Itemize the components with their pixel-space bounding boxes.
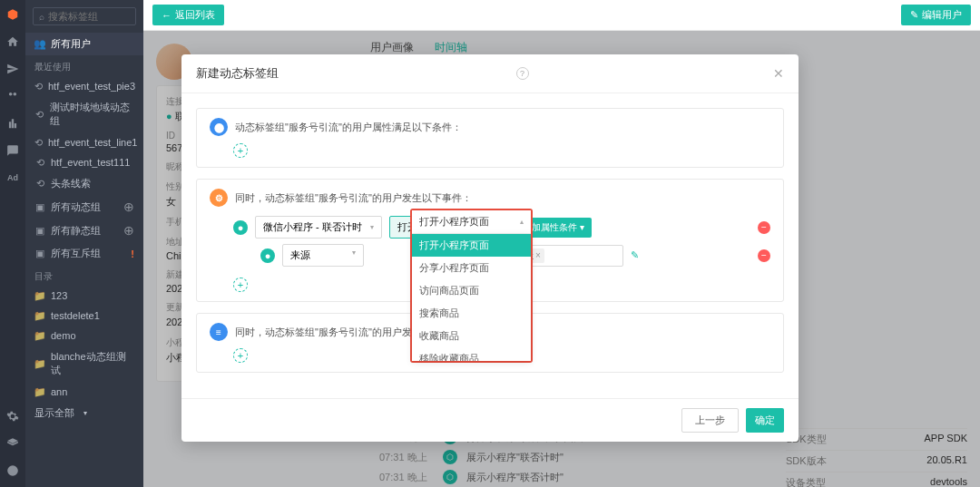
- add-event-button[interactable]: +: [233, 278, 248, 292]
- sidebar-all-dynamic[interactable]: ▣所有动态组⊕: [25, 195, 143, 219]
- sidebar-item-label: 所有静态组: [51, 224, 101, 238]
- section-title: ⬤ 动态标签组"服务号引流"的用户属性满足以下条件：: [210, 118, 770, 136]
- close-icon[interactable]: ✕: [773, 66, 784, 81]
- select-value: 来源: [290, 248, 310, 262]
- sidebar-dir-3[interactable]: 📁blanche动态组测试: [25, 346, 143, 382]
- home-icon[interactable]: [5, 34, 20, 49]
- row-marker-icon: ●: [260, 248, 275, 263]
- dropdown-option[interactable]: 移除收藏商品: [412, 347, 531, 361]
- sidebar-item-label: testdelete1: [51, 310, 100, 321]
- sidebar-item-label: demo: [51, 330, 76, 341]
- folder-icon: ▣: [34, 225, 45, 236]
- remove-tag-icon[interactable]: ×: [535, 250, 541, 260]
- event-action-dropdown: 打开小程序页面 ▴ 打开小程序页面 分享小程序页面 访问商品页面 搜索商品 收藏…: [410, 209, 533, 363]
- folder-icon: 📁: [34, 310, 45, 321]
- section-label: 动态标签组"服务号引流"的用户属性满足以下条件：: [235, 121, 462, 134]
- sidebar-recent-label: 最近使用: [25, 55, 143, 76]
- sidebar-item-label: 显示全部: [34, 406, 74, 420]
- dropdown-list: 打开小程序页面 分享小程序页面 访问商品页面 搜索商品 收藏商品 移除收藏商品: [412, 234, 531, 361]
- users-icon[interactable]: [5, 89, 20, 103]
- attribute-select[interactable]: 来源 ▾: [282, 244, 364, 267]
- sidebar-item-label: htf_event_test111: [51, 157, 130, 168]
- confirm-button[interactable]: 确定: [746, 408, 784, 433]
- sidebar-dir-4[interactable]: 📁ann: [25, 382, 143, 402]
- event-app-select[interactable]: 微信小程序 - 联否计时 ▾: [255, 216, 382, 239]
- dropdown-option[interactable]: 分享小程序页面: [412, 257, 531, 279]
- modal-footer: 上一步 确定: [181, 398, 799, 442]
- sidebar-all-static[interactable]: ▣所有静态组⊕: [25, 219, 143, 242]
- dropdown-option[interactable]: 打开小程序页面: [412, 234, 531, 257]
- remove-filter-button[interactable]: −: [758, 249, 770, 262]
- select-value: 微信小程序 - 联否计时: [263, 220, 362, 234]
- sidebar-all-mutex[interactable]: ▣所有互斥组!: [25, 242, 143, 265]
- plus-icon[interactable]: ⊕: [123, 200, 134, 214]
- sidebar-item-label: htf_event_test_pie3: [48, 81, 135, 92]
- folder-icon: 📁: [34, 358, 45, 369]
- sidebar-item-label: 所有动态组: [51, 200, 101, 214]
- plus-icon[interactable]: ⊕: [123, 223, 134, 238]
- sidebar-item-label: 123: [51, 290, 67, 301]
- message-icon[interactable]: [5, 143, 20, 158]
- sidebar-recent-2[interactable]: ⟲htf_event_test_line1: [25, 132, 143, 152]
- dropdown-option[interactable]: 搜索商品: [412, 302, 531, 325]
- chevron-down-icon: ▾: [352, 248, 356, 262]
- layers-icon[interactable]: [5, 436, 20, 451]
- pencil-icon: ✎: [910, 9, 918, 21]
- svg-point-0: [7, 465, 18, 476]
- sidebar-item-label: ann: [51, 386, 67, 397]
- add-condition-button[interactable]: +: [233, 348, 248, 363]
- folder-icon: 📁: [34, 290, 45, 301]
- sidebar-all-users[interactable]: 👥 所有用户: [25, 33, 143, 55]
- add-condition-button[interactable]: +: [233, 143, 248, 158]
- folder-icon: ▣: [34, 248, 45, 259]
- sidebar-recent-1[interactable]: ⟲测试时域地域动态组: [25, 96, 143, 132]
- folder-icon: 📁: [34, 386, 45, 397]
- search-input[interactable]: [48, 11, 130, 22]
- ad-icon[interactable]: Ad: [5, 170, 20, 185]
- sidebar-dir-0[interactable]: 📁123: [25, 286, 143, 306]
- sidebar-item-label: blanche动态组测试: [51, 350, 134, 377]
- logo-icon[interactable]: [5, 7, 20, 22]
- chevron-down-icon: ▾: [577, 222, 584, 232]
- chart-icon[interactable]: [5, 116, 20, 131]
- send-icon[interactable]: [5, 62, 20, 76]
- row-marker-icon: ●: [233, 220, 248, 235]
- sidebar-recent-4[interactable]: ⟲头条线索: [25, 172, 143, 195]
- sidebar-dir-2[interactable]: 📁demo: [25, 326, 143, 346]
- tag-icon: ⟲: [34, 81, 43, 92]
- warn-icon: !: [131, 248, 134, 259]
- section-title: ⚙ 同时，动态标签组"服务号引流"的用户发生以下事件：: [210, 189, 770, 207]
- sidebar-item-label: htf_event_test_line1: [48, 137, 137, 148]
- section-label: 同时，动态标签组"服务号引流"的用户发生以下事件：: [235, 191, 472, 205]
- gear-icon[interactable]: [5, 409, 20, 424]
- event-icon: ⚙: [210, 189, 228, 207]
- previous-button[interactable]: 上一步: [681, 408, 739, 433]
- avatar-icon[interactable]: [5, 463, 20, 478]
- button-label: 返回列表: [175, 8, 215, 22]
- sidebar-dir-1[interactable]: 📁testdelete1: [25, 306, 143, 326]
- button-label: 编辑用户: [922, 8, 962, 22]
- help-icon[interactable]: ?: [516, 67, 529, 80]
- dropdown-option[interactable]: 访问商品页面: [412, 279, 531, 302]
- dropdown-value: 打开小程序页面: [419, 215, 489, 229]
- attribute-icon: ⬤: [210, 118, 228, 136]
- back-button[interactable]: ←返回列表: [152, 5, 224, 25]
- sidebar-show-all[interactable]: 显示全部▾: [25, 402, 143, 424]
- sidebar-recent-0[interactable]: ⟲htf_event_test_pie3: [25, 76, 143, 96]
- tag-icon: ⟲: [34, 109, 44, 120]
- dropdown-option[interactable]: 收藏商品: [412, 325, 531, 347]
- tag-icon: ⟲: [34, 157, 45, 168]
- chevron-up-icon: ▴: [520, 218, 524, 226]
- sidebar-recent-3[interactable]: ⟲htf_event_test111: [25, 152, 143, 172]
- tag-icon: ⟲: [34, 137, 43, 148]
- chevron-down-icon: ▾: [83, 409, 87, 417]
- back-icon: ←: [162, 10, 172, 21]
- topbar: ←返回列表 ✎编辑用户: [143, 0, 980, 31]
- tag-icon: ⟲: [34, 179, 45, 190]
- list-icon: ≡: [210, 323, 228, 341]
- search-box[interactable]: ⌕: [33, 7, 136, 25]
- edit-user-button[interactable]: ✎编辑用户: [901, 5, 971, 25]
- remove-condition-button[interactable]: −: [758, 221, 770, 234]
- edit-icon[interactable]: ✎: [631, 249, 639, 261]
- dropdown-trigger[interactable]: 打开小程序页面 ▴: [412, 210, 531, 234]
